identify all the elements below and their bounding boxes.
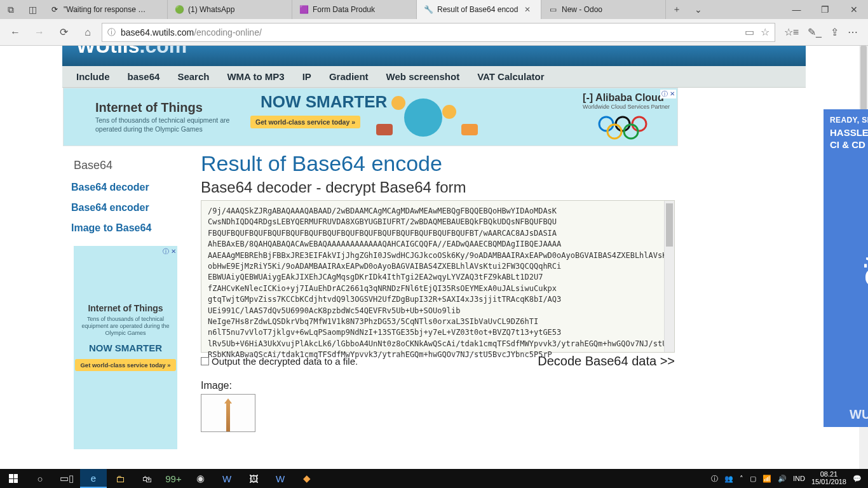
- taskbar-word2[interactable]: W: [267, 469, 294, 488]
- close-tab-icon[interactable]: ✕: [524, 5, 531, 14]
- form-icon: 🟪: [299, 4, 309, 15]
- volume-tray-icon[interactable]: 🔊: [778, 475, 787, 483]
- ad-info-close-icon[interactable]: ⓘ ✕: [163, 247, 176, 256]
- nav-include[interactable]: Include: [76, 71, 110, 82]
- ali-sub-text: Worldwide Cloud Services Partner: [583, 104, 670, 110]
- ad-hero[interactable]: Internet of Things Tens of thousands of …: [63, 88, 678, 146]
- windows-icon: [9, 474, 18, 483]
- odoo-icon: ▭: [548, 4, 558, 15]
- sidebar-link-decoder[interactable]: Base64 decoder: [69, 177, 189, 198]
- ad-cta-button[interactable]: Get world-class service today »: [250, 116, 360, 128]
- tab-form-data[interactable]: 🟪 Form Data Produk: [292, 0, 417, 19]
- svg-point-1: [616, 117, 630, 131]
- help-tray-icon[interactable]: ⓘ: [711, 474, 718, 484]
- tabs-aside-icon[interactable]: ⧉: [0, 0, 22, 19]
- whatsapp-icon: 🟢: [174, 4, 184, 15]
- tab-title: Result of Base64 encod: [437, 5, 518, 14]
- site-info-icon[interactable]: ⓘ: [107, 27, 116, 38]
- nav-gradient[interactable]: Gradient: [329, 71, 369, 82]
- tab-whatsapp[interactable]: 🟢 (1) WhatsApp: [168, 0, 292, 19]
- wutils-icon: 🔧: [423, 4, 433, 15]
- image-label: Image:: [201, 380, 803, 391]
- site-nav: Include base64 Search WMA to MP3 IP Grad…: [62, 66, 806, 88]
- svg-point-4: [624, 125, 638, 139]
- nav-wma-to-mp3[interactable]: WMA to MP3: [227, 71, 284, 82]
- back-button[interactable]: ←: [5, 22, 25, 43]
- action-center-icon[interactable]: 💬: [853, 475, 862, 483]
- nav-ip[interactable]: IP: [302, 71, 311, 82]
- restore-button[interactable]: ❐: [811, 0, 839, 19]
- share-icon[interactable]: ⇪: [831, 26, 839, 38]
- url-path: /encoding-online/: [194, 27, 262, 37]
- taskbar-photos[interactable]: 🖼: [240, 469, 267, 488]
- taskbar-store[interactable]: 🛍: [133, 469, 160, 488]
- sidebar-link-encoder[interactable]: Base64 encoder: [69, 198, 189, 218]
- alibaba-icon: [-]: [583, 92, 593, 104]
- taskbar-app[interactable]: ◆: [294, 469, 320, 488]
- right-ad-hf1: HASSLE-FREE: [824, 127, 868, 139]
- taskbar-mail[interactable]: 99+: [160, 469, 187, 488]
- nav-base64[interactable]: base64: [128, 71, 160, 82]
- page-subtitle: Base64 decoder - decrypt Base64 form: [201, 179, 803, 196]
- viewport: WUtils.com Include base64 Search WMA to …: [0, 46, 868, 469]
- nav-search[interactable]: Search: [177, 71, 209, 82]
- reading-view-icon[interactable]: ▭: [745, 26, 754, 38]
- sidebar-link-image-to-base64[interactable]: Image to Base64: [69, 218, 189, 238]
- tab-base64-result[interactable]: 🔧 Result of Base64 encod ✕: [417, 0, 541, 19]
- scrollbar-thumb[interactable]: [666, 203, 673, 247]
- ali-logo-text: Alibaba Cloud: [595, 92, 664, 104]
- more-icon[interactable]: ⋯: [848, 26, 858, 38]
- logo-right: .com: [140, 46, 187, 57]
- textarea-scrollbar[interactable]: [664, 201, 674, 352]
- favorite-icon[interactable]: ☆: [761, 26, 770, 38]
- svg-point-0: [599, 117, 613, 131]
- base64-content[interactable]: /9j/4AAQSkZJRgABAQAAAQABAAD/2wBDAAMCAgMC…: [201, 201, 674, 365]
- tray-chevron-icon[interactable]: ˄: [740, 475, 743, 483]
- logo-left: WUtils: [76, 46, 140, 57]
- tabs-preview-icon[interactable]: ◫: [22, 0, 43, 19]
- taskbar-edge[interactable]: e: [80, 469, 107, 488]
- base64-textarea[interactable]: /9j/4AAQSkZJRgABAQAAAQABAAD/2wBDAAMCAgMC…: [201, 200, 675, 353]
- task-view-icon[interactable]: ▭▯: [53, 469, 80, 488]
- page-title: Result of Base64 encode: [201, 151, 803, 176]
- people-tray-icon[interactable]: 👥: [724, 475, 733, 483]
- forward-button[interactable]: →: [29, 22, 50, 43]
- url-host: base64.wutils.com: [121, 27, 194, 37]
- close-window-button[interactable]: ✕: [839, 0, 868, 19]
- svg-point-3: [607, 125, 621, 139]
- wifi-tray-icon[interactable]: 📶: [763, 475, 771, 483]
- tab-strip: ⧉ ◫ ⟳ "Waiting for response from 🟢 (1) W…: [0, 0, 868, 19]
- nav-web-screenshot[interactable]: Web screenshot: [386, 71, 460, 82]
- sidebar-heading: Base64: [69, 155, 189, 177]
- right-ad[interactable]: ⓘ ✕ READY, SET, BUILD! HASSLE-FREE CI & …: [824, 109, 868, 427]
- taskbar-chrome[interactable]: ◉: [187, 469, 214, 488]
- sidebar: Base64 Base64 decoder Base64 encoder Ima…: [62, 150, 189, 449]
- tab-waiting[interactable]: ⟳ "Waiting for response from: [43, 0, 168, 19]
- taskbar-word1[interactable]: W: [214, 469, 240, 488]
- ad-info-close-icon[interactable]: ⓘ ✕: [660, 90, 676, 98]
- site-logo[interactable]: WUtils.com: [76, 46, 187, 58]
- sidebar-ad-cta[interactable]: Get world-class service today »: [75, 359, 175, 371]
- tabs-chevron-icon[interactable]: ⌄: [688, 0, 709, 19]
- address-bar: ← → ⟳ ⌂ ⓘ base64.wutils.com/encoding-onl…: [0, 19, 868, 46]
- tab-odoo[interactable]: ▭ New - Odoo: [541, 0, 666, 19]
- new-tab-button[interactable]: ＋: [666, 0, 688, 19]
- language-indicator[interactable]: IND: [793, 475, 805, 482]
- start-button[interactable]: [0, 469, 27, 488]
- url-input[interactable]: ⓘ base64.wutils.com/encoding-online/ ▭ ☆: [102, 23, 775, 42]
- taskbar-clock[interactable]: 08.21 15/01/2018: [811, 471, 846, 485]
- sidebar-ad[interactable]: ⓘ ✕ Internet of Things Tens of thousands…: [74, 246, 177, 449]
- tab-title: Form Data Produk: [313, 5, 375, 14]
- minimize-button[interactable]: —: [782, 0, 811, 19]
- battery-tray-icon[interactable]: ▢: [750, 475, 756, 483]
- home-button[interactable]: ⌂: [78, 22, 98, 43]
- nav-vat-calculator[interactable]: VAT Calculator: [477, 71, 544, 82]
- notes-icon[interactable]: ✎_: [808, 26, 822, 38]
- clock-date: 15/01/2018: [811, 478, 846, 486]
- cortana-search-icon[interactable]: ○: [27, 469, 53, 488]
- site-header: WUtils.com: [62, 46, 806, 66]
- refresh-button[interactable]: ⟳: [53, 22, 74, 43]
- taskbar-explorer[interactable]: 🗀: [107, 469, 133, 488]
- favorites-bar-icon[interactable]: ☆≡: [784, 26, 799, 38]
- sidebar-ad-now: NOW SMARTER: [74, 342, 177, 353]
